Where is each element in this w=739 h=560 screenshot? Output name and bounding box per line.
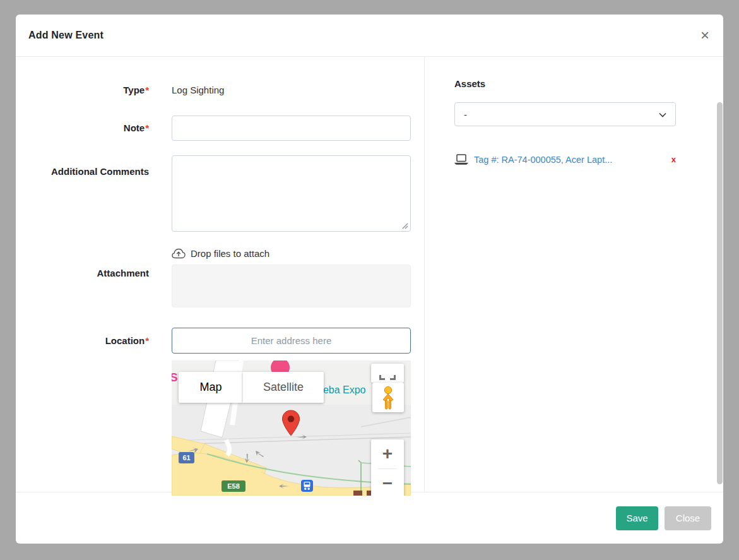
drop-caption: Drop files to attach xyxy=(172,248,411,259)
file-drop-zone[interactable] xyxy=(172,265,411,307)
note-row: Note* xyxy=(16,116,424,141)
modal-scrollbar-thumb[interactable] xyxy=(717,102,723,484)
laptop-icon xyxy=(454,154,468,165)
map-canvas[interactable]: S heba Expo 61 E58 xyxy=(172,360,411,496)
resize-grip-icon[interactable] xyxy=(402,223,408,229)
map-row: S heba Expo 61 E58 xyxy=(16,360,424,496)
attachment-label: Attachment xyxy=(16,248,149,280)
map-teal-poi-label: heba Expo xyxy=(317,384,366,396)
type-value: Log Sighting xyxy=(172,85,224,95)
type-label: Type* xyxy=(16,84,149,97)
note-input[interactable] xyxy=(172,116,411,141)
asset-list-item: Tag #: RA-74-000055, Acer Lapt... x xyxy=(454,154,676,165)
address-input[interactable] xyxy=(172,328,411,354)
street-view-pegman-icon[interactable] xyxy=(372,383,404,412)
assets-selected-value: - xyxy=(464,109,467,120)
asset-remove-button[interactable]: x xyxy=(671,155,676,164)
modal-header: Add New Event × xyxy=(16,15,723,57)
required-marker: * xyxy=(145,335,149,346)
required-marker: * xyxy=(145,85,149,95)
zoom-in-button[interactable]: + xyxy=(371,439,404,468)
zoom-out-button[interactable]: − xyxy=(371,469,404,496)
note-label: Note* xyxy=(16,122,149,134)
zoom-control: + − xyxy=(371,439,404,496)
close-button[interactable]: Close xyxy=(665,506,711,530)
event-form: Type* Log Sighting Note* Additional Comm… xyxy=(16,57,424,492)
attachment-row: Attachment Drop files to attach xyxy=(16,248,424,307)
comments-label: Additional Comments xyxy=(16,155,149,178)
route-shield-e58: E58 xyxy=(222,480,245,492)
required-marker: * xyxy=(145,122,149,133)
save-button[interactable]: Save xyxy=(616,506,658,530)
fullscreen-icon[interactable] xyxy=(371,364,404,383)
map-view-button[interactable]: Map xyxy=(179,372,243,403)
modal-body: Type* Log Sighting Note* Additional Comm… xyxy=(16,57,723,492)
satellite-view-button[interactable]: Satellite xyxy=(243,372,324,403)
chevron-down-icon xyxy=(658,110,667,119)
assets-label: Assets xyxy=(454,78,705,89)
asset-link[interactable]: Tag #: RA-74-000055, Acer Lapt... xyxy=(474,155,612,165)
location-label: Location* xyxy=(16,335,149,347)
assets-select[interactable]: - xyxy=(454,102,676,126)
comments-textarea[interactable] xyxy=(172,155,411,232)
map-pink-poi-label: S xyxy=(172,371,178,384)
type-row: Type* Log Sighting xyxy=(16,84,424,97)
map-marker-pin-icon[interactable] xyxy=(281,410,300,444)
cloud-upload-icon xyxy=(172,248,186,259)
comments-row: Additional Comments xyxy=(16,155,424,232)
add-event-modal: Add New Event × Type* Log Sighting Note*… xyxy=(16,15,723,544)
modal-footer: Save Close xyxy=(16,492,723,544)
route-shield-61: 61 xyxy=(179,452,194,463)
drop-files-text: Drop files to attach xyxy=(191,248,269,259)
assets-panel: Assets - Tag #: RA-74-000055, Acer Lapt.… xyxy=(424,57,723,492)
bus-stop-icon[interactable] xyxy=(301,480,313,492)
location-row: Location* xyxy=(16,328,424,354)
page-title: Add New Event xyxy=(28,30,103,41)
close-icon[interactable]: × xyxy=(701,28,709,43)
